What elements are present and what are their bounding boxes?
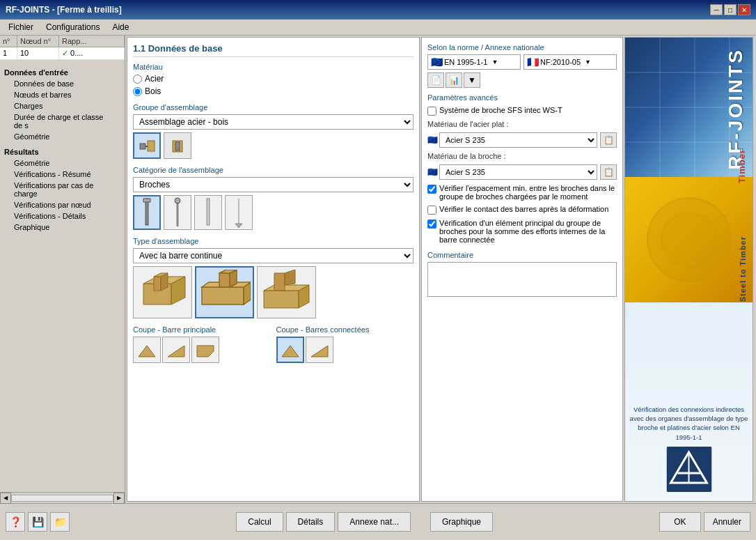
assembly-icon-1[interactable] [133, 132, 161, 159]
menu-bar: Fichier Configurations Aide [0, 20, 756, 36]
screw-icon-3[interactable] [194, 195, 222, 230]
nav-item-geometrie-input[interactable]: Géométrie [3, 131, 122, 142]
fr-flag-icon: 🇫🇷 [527, 56, 539, 68]
content-area: 1.1 Données de base Matériau Acier Bois [125, 36, 756, 503]
assembly-icon-row [133, 132, 414, 159]
annexe-button[interactable]: Annexe nat... [338, 512, 411, 532]
table-row[interactable]: 1 10 ✓ 0.... [0, 47, 125, 60]
bottom-icon-3[interactable]: 📁 [50, 512, 70, 532]
checkbox-espacement[interactable] [427, 185, 436, 194]
radio-acier-label[interactable]: Acier [133, 74, 414, 84]
checkbox-sfs-label[interactable]: Système de broche SFS intec WS-T [439, 106, 562, 114]
joint-icon-3[interactable] [257, 266, 316, 318]
materiau-label: Matériau [133, 63, 414, 71]
type-assemblage-select[interactable]: Avec la barre continue [133, 248, 414, 263]
checkbox-sfs[interactable] [427, 107, 436, 116]
screw-icon-2[interactable] [164, 195, 191, 230]
material-broche-label: Matériau de la broche : [427, 152, 525, 160]
groupe-assemblage-select[interactable]: Assemblage acier - bois [133, 114, 414, 130]
norm-row: 🇪🇺 EN 1995-1-1 ▼ 🇫🇷 NF:2010-05 ▼ [427, 54, 617, 70]
checkbox-contact-label[interactable]: Vérifier le contact des barres après la … [439, 205, 608, 213]
menu-aide[interactable]: Aide [107, 21, 134, 33]
bottom-icon-1[interactable]: ❓ [6, 512, 25, 532]
type-assemblage-section: Type d'assemblage Avec la barre continue [133, 237, 414, 318]
coupe-principale-icon-3[interactable] [191, 337, 219, 363]
close-button[interactable]: ✕ [738, 4, 750, 15]
scroll-track[interactable] [11, 495, 113, 502]
screw-svg-2 [167, 197, 188, 228]
nav-item-verif-details[interactable]: Vérifications - Détails [3, 210, 122, 222]
title-bar: RF-JOINTS - [Ferme à treillis] ─ □ ✕ [0, 0, 756, 20]
coupe-connectees-icon-1[interactable] [276, 337, 304, 363]
minimize-button[interactable]: ─ [710, 4, 723, 15]
groupe-assemblage-label: Groupe d'assemblage [133, 103, 414, 111]
categorie-select[interactable]: Broches [133, 177, 414, 192]
joint-icon-1[interactable] [133, 266, 192, 318]
maximize-button[interactable]: □ [724, 4, 737, 15]
commentaire-section: Commentaire [427, 251, 617, 299]
coupe-principale-group: Coupe - Barre principale [133, 325, 271, 363]
svg-marker-29 [139, 346, 155, 357]
coupe-principale-label: Coupe - Barre principale [133, 325, 271, 334]
commentaire-textarea[interactable] [427, 262, 617, 297]
nav-item-graphique[interactable]: Graphique [3, 222, 122, 233]
joint-icon-2[interactable] [195, 266, 254, 318]
checkbox-contact[interactable] [427, 206, 436, 215]
menu-configurations[interactable]: Configurations [40, 21, 105, 33]
calcul-button[interactable]: Calcul [236, 512, 283, 532]
annex-select-wrapper[interactable]: 🇫🇷 NF:2010-05 ▼ [523, 54, 617, 70]
scroll-left-arrow[interactable]: ◀ [0, 493, 11, 504]
radio-acier-input[interactable] [133, 75, 142, 84]
nav-item-verif-resume[interactable]: Vérifications - Résumé [3, 169, 122, 180]
params-section: Paramètres avancés Système de broche SFS… [427, 93, 617, 244]
categorie-section: Catégorie de l'assemblage Broches [133, 166, 414, 230]
coupe-section: Coupe - Barre principale [133, 325, 414, 363]
radio-bois-input[interactable] [133, 87, 142, 96]
details-button[interactable]: Détails [286, 512, 336, 532]
screw-icon-4[interactable] [225, 195, 253, 230]
window-controls[interactable]: ─ □ ✕ [710, 4, 750, 15]
annuler-button[interactable]: Annuler [704, 512, 750, 532]
norm-select-wrapper[interactable]: 🇪🇺 EN 1995-1-1 ▼ [427, 54, 521, 70]
nav-item-charges[interactable]: Charges [3, 100, 122, 111]
section-title: 1.1 Données de base [133, 43, 414, 57]
material-acier-plat-select[interactable]: Acier S 235 [439, 132, 597, 148]
screw-icon-1[interactable] [133, 195, 161, 230]
radio-bois-label[interactable]: Bois [133, 86, 414, 96]
annex-dropdown-icon: ▼ [585, 59, 591, 65]
bottom-icon-2[interactable]: 💾 [28, 512, 47, 532]
norm-compare-button[interactable]: 📊 [446, 72, 462, 88]
brand-timber-text: Timber [737, 149, 747, 183]
categorie-label: Catégorie de l'assemblage [133, 166, 414, 174]
ok-button[interactable]: OK [659, 512, 700, 532]
material-acier-plat-row: Matériau de l'acier plat : [427, 120, 617, 128]
graphique-button[interactable]: Graphique [430, 512, 493, 532]
norm-filter-button[interactable]: ▼ [464, 72, 480, 88]
material-broche-select-row: 🇪🇺 Acier S 235 📋 [427, 164, 617, 180]
coupe-principale-icon-2[interactable] [162, 337, 190, 363]
material-broche-select[interactable]: Acier S 235 [439, 164, 597, 180]
menu-fichier[interactable]: Fichier [3, 21, 39, 33]
nav-item-geometrie-result[interactable]: Géométrie [3, 157, 122, 169]
material-acier-plat-btn[interactable]: 📋 [600, 132, 617, 148]
groupe-assemblage-section: Groupe d'assemblage Assemblage acier - b… [133, 103, 414, 159]
svg-rect-4 [175, 142, 180, 151]
assembly-icon-2[interactable] [164, 132, 191, 159]
screw-svg-3 [198, 197, 219, 228]
nav-item-verif-noeud[interactable]: Vérifications par nœud [3, 199, 122, 210]
scroll-right-arrow[interactable]: ▶ [113, 493, 125, 504]
bottom-toolbar: ❓ 💾 📁 Calcul Détails Annexe nat... Graph… [0, 503, 756, 539]
coupe-principale-icon-1[interactable] [133, 337, 161, 363]
checkbox-espacement-label[interactable]: Vérifier l'espacement min. entre les bro… [439, 184, 617, 201]
material-broche-btn[interactable]: 📋 [600, 164, 617, 180]
checkbox-espacement-row: Vérifier l'espacement min. entre les bro… [427, 184, 617, 201]
nav-item-duree[interactable]: Durée de charge et classe de s [3, 111, 122, 131]
checkbox-verification-label[interactable]: Vérification d'un élément principal du g… [439, 219, 617, 244]
nav-item-donnees-base[interactable]: Données de base [3, 78, 122, 89]
nav-item-noeuds-barres[interactable]: Nœuds et barres [3, 89, 122, 100]
nav-item-verif-cas[interactable]: Vérifications par cas de charge [3, 180, 122, 199]
coupe-connectees-icon-2[interactable] [306, 337, 333, 363]
norm-doc-button[interactable]: 📄 [427, 72, 444, 88]
form-panel: 1.1 Données de base Matériau Acier Bois [127, 37, 420, 502]
checkbox-verification[interactable] [427, 219, 436, 229]
